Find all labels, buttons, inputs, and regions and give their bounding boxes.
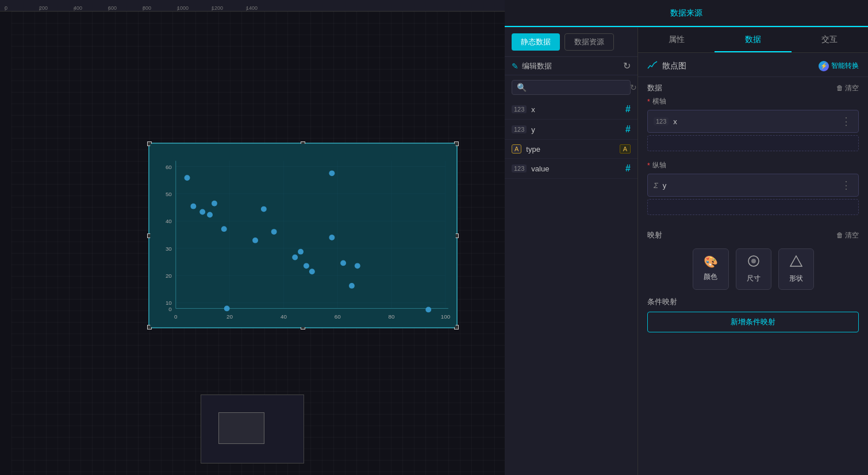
y-axis-placeholder xyxy=(647,199,859,215)
x-axis-field-box[interactable]: 123 x ⋮ xyxy=(647,110,859,133)
left-sub-panel: 静态数据 数据资源 ✎ 编辑数据 ↻ 🔍 ↻ xyxy=(505,28,638,475)
ruler-mark: 1200 xyxy=(212,5,246,11)
y-axis-field-box[interactable]: Σ y ⋮ xyxy=(647,174,859,197)
svg-point-32 xyxy=(207,212,213,218)
svg-text:50: 50 xyxy=(166,191,172,197)
map-btn-color[interactable]: 🎨 颜色 xyxy=(693,248,729,290)
ruler-top: 0 200 400 600 800 1000 1200 1400 xyxy=(0,0,505,12)
svg-point-34 xyxy=(221,226,227,232)
color-icon: 🎨 xyxy=(704,255,718,269)
smart-convert-btn[interactable]: ⚡ 智能转换 xyxy=(819,61,859,71)
chart-title: 散点图 xyxy=(647,60,686,72)
edit-label: 编辑数据 xyxy=(522,61,552,71)
field-type-type: A xyxy=(512,144,521,154)
minimap[interactable] xyxy=(201,394,304,463)
field-list: 123 x # 123 y # A type xyxy=(505,99,637,475)
chart-type-label: 散点图 xyxy=(662,61,686,71)
trash-icon: 🗑 xyxy=(836,84,843,92)
y-axis-more-icon[interactable]: ⋮ xyxy=(841,179,852,191)
svg-point-38 xyxy=(292,255,298,261)
search-input[interactable] xyxy=(530,83,627,92)
panel-tabs-row: 数据来源 xyxy=(505,0,868,28)
field-type-y: 123 xyxy=(512,125,527,133)
search-icon: 🔍 xyxy=(517,83,527,92)
map-btn-shape[interactable]: 形状 xyxy=(778,248,814,290)
canvas-area[interactable]: 0 200 400 600 800 1000 1200 1400 xyxy=(0,0,505,475)
mapping-section-header: 映射 🗑 清空 xyxy=(638,224,868,244)
right-panel: 数据来源 静态数据 数据资源 ✎ 编辑数据 ↻ xyxy=(505,0,868,475)
svg-text:40: 40 xyxy=(166,218,172,224)
ruler-mark: 1000 xyxy=(177,5,212,11)
field-item-x[interactable]: 123 x # xyxy=(505,99,637,120)
refresh-icon[interactable]: ↻ xyxy=(623,60,631,71)
svg-point-30 xyxy=(190,204,196,209)
tab-interact[interactable]: 交互 xyxy=(792,28,868,52)
inner-tabs: 属性 数据 交互 xyxy=(638,28,868,53)
svg-text:60: 60 xyxy=(335,313,341,320)
svg-text:0: 0 xyxy=(174,313,178,320)
y-field-name: y xyxy=(663,181,667,190)
tab-static-data[interactable]: 静态数据 xyxy=(512,33,560,51)
svg-point-44 xyxy=(349,283,355,289)
mapping-buttons-container: 🎨 颜色 尺寸 xyxy=(638,244,868,290)
shape-icon xyxy=(790,255,802,270)
edit-data-button[interactable]: ✎ 编辑数据 xyxy=(512,61,552,71)
mapping-trash-icon: 🗑 xyxy=(836,231,843,239)
field-hash-icon-y: # xyxy=(625,124,631,135)
mapping-buttons: 🎨 颜色 尺寸 xyxy=(647,248,859,290)
field-name-x: x xyxy=(531,105,535,114)
mapping-clear-btn[interactable]: 🗑 清空 xyxy=(836,231,859,240)
svg-point-47 xyxy=(425,307,431,312)
scatter-chart-widget[interactable]: 60 50 40 30 20 10 0 0 20 40 60 80 100 xyxy=(148,143,458,328)
field-item-y[interactable]: 123 y # xyxy=(505,120,637,140)
field-item-value[interactable]: 123 value # xyxy=(505,159,637,179)
field-name-y: y xyxy=(531,125,535,134)
svg-point-37 xyxy=(271,229,277,235)
svg-marker-50 xyxy=(790,256,802,266)
sub-tabs: 静态数据 数据资源 xyxy=(505,28,637,56)
chart-type-icon xyxy=(647,60,658,72)
smart-convert-label: 智能转换 xyxy=(831,61,859,71)
tab-data[interactable]: 数据 xyxy=(715,28,791,52)
svg-point-42 xyxy=(329,235,335,240)
smart-icon: ⚡ xyxy=(819,61,829,71)
field-item-type[interactable]: A type A xyxy=(505,140,637,159)
svg-text:10: 10 xyxy=(166,300,172,306)
svg-text:0: 0 xyxy=(168,306,172,312)
svg-text:30: 30 xyxy=(166,246,172,252)
svg-point-46 xyxy=(224,305,230,311)
add-condition-btn[interactable]: 新增条件映射 xyxy=(647,312,859,332)
y-axis-section: * 纵轴 Σ y ⋮ xyxy=(638,160,868,224)
x-axis-more-icon[interactable]: ⋮ xyxy=(841,115,852,128)
edit-bar: ✎ 编辑数据 ↻ xyxy=(505,56,637,75)
minimap-viewport[interactable] xyxy=(218,412,264,444)
x-axis-label: * 横轴 xyxy=(647,97,859,106)
svg-point-29 xyxy=(185,175,190,181)
search-bar: 🔍 ↻ xyxy=(512,80,631,95)
map-btn-size-label: 尺寸 xyxy=(747,274,761,284)
svg-point-43 xyxy=(340,260,346,266)
y-field-type-badge: Σ xyxy=(654,181,658,190)
field-type-value: 123 xyxy=(512,164,527,173)
svg-text:20: 20 xyxy=(166,273,172,279)
map-btn-size[interactable]: 尺寸 xyxy=(736,248,771,290)
svg-text:20: 20 xyxy=(226,313,233,320)
search-refresh-icon[interactable]: ↻ xyxy=(630,83,637,92)
svg-text:80: 80 xyxy=(389,313,395,320)
tab-attribute[interactable]: 属性 xyxy=(638,28,715,52)
right-sub-panel: 属性 数据 交互 散点图 xyxy=(638,28,868,475)
tab-datasource[interactable]: 数据来源 xyxy=(505,0,868,27)
field-hash-icon-x: # xyxy=(625,104,631,114)
field-name-type: type xyxy=(526,145,540,154)
mapping-section-title: 映射 xyxy=(647,230,662,240)
map-btn-color-label: 颜色 xyxy=(704,272,717,282)
svg-point-31 xyxy=(199,209,205,215)
svg-point-45 xyxy=(355,263,360,269)
ruler-mark: 1400 xyxy=(246,5,281,11)
svg-point-35 xyxy=(252,238,258,243)
svg-point-33 xyxy=(212,201,217,206)
tab-data-resource[interactable]: 数据资源 xyxy=(564,33,614,51)
data-section-header: 数据 🗑 清空 xyxy=(638,77,868,97)
chart-header: 散点图 ⚡ 智能转换 xyxy=(638,53,868,77)
data-clear-btn[interactable]: 🗑 清空 xyxy=(836,83,859,93)
